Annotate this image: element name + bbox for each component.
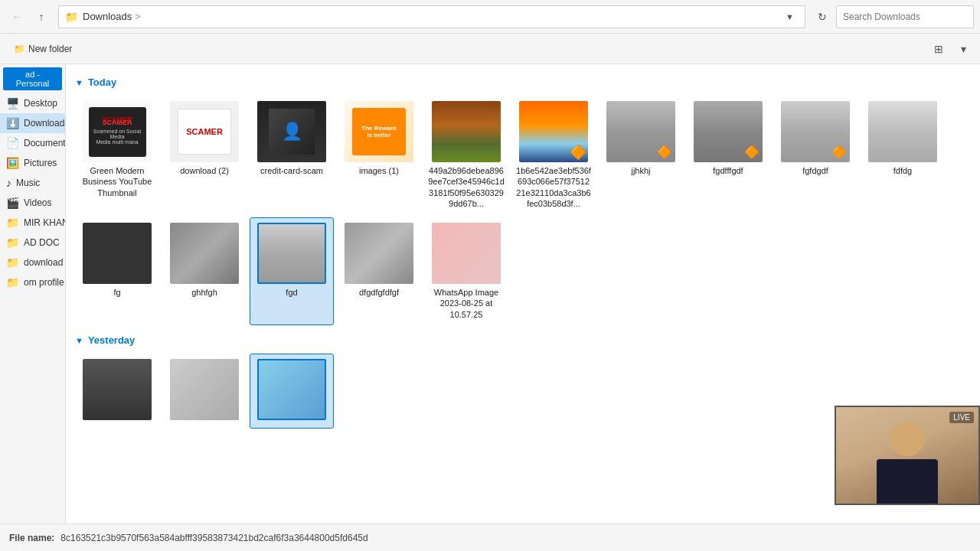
folder-icon-mir: 📁 — [6, 217, 19, 229]
sidebar-item-mir-khan[interactable]: 📁 MIR KHAN — [0, 213, 65, 233]
status-bar: File name: 8c163521c3b9570f563a584abfff3… — [0, 523, 980, 551]
file-item-4[interactable]: 449a2b96debea8969ee7cef3e45946c1d3181f50… — [424, 96, 508, 214]
file-thumb-3: The Rewardis better — [345, 101, 413, 162]
view-dropdown-button[interactable]: ▾ — [952, 38, 974, 60]
file-name-9: fdfdg — [893, 165, 912, 176]
sidebar-label-ad: AD DOC — [24, 237, 60, 248]
file-item-3[interactable]: The Rewardis better images (1) — [337, 96, 421, 214]
file-name-label: File name: — [9, 533, 54, 543]
sidebar-label-music: Music — [16, 178, 40, 188]
file-thumb-6: 🔶 — [606, 101, 675, 162]
sidebar-label-videos: Videos — [24, 197, 51, 208]
file-name-5: 1b6e542ae3ebf536f693c066e57f3751221e3211… — [515, 165, 592, 209]
sidebar-item-documents[interactable]: 📄 Documents — [0, 133, 65, 153]
file-item-9[interactable]: fdfdg — [861, 96, 945, 214]
sidebar-item-pictures[interactable]: 🖼️ Pictures — [0, 153, 65, 173]
sidebar-label-mir: MIR KHAN — [24, 217, 65, 228]
toolbar-right: ⊞ ▾ — [928, 38, 974, 60]
webcam-feed: LIVE — [836, 407, 978, 504]
sidebar-item-desktop[interactable]: 🖥️ Desktop — [0, 93, 65, 113]
file-name-10: fg — [113, 287, 120, 298]
file-item-12[interactable]: fgd — [250, 217, 334, 325]
file-item-11[interactable]: ghhfgh — [162, 217, 247, 325]
file-thumb-0: SCAMER Scammed on Social MediaMedia mult… — [83, 101, 152, 162]
group-arrow-today: ▼ — [75, 78, 83, 87]
breadcrumb-sep: > — [135, 11, 141, 22]
main-layout: ad - Personal 🖥️ Desktop ⬇️ Downloads 📄 … — [0, 64, 980, 523]
file-item-0[interactable]: SCAMER Scammed on Social MediaMedia mult… — [75, 96, 159, 214]
file-item-10[interactable]: fg — [75, 217, 159, 325]
file-thumb-1: SCAMER — [170, 101, 239, 162]
address-dropdown[interactable]: ▼ — [781, 11, 799, 23]
group-header-yesterday[interactable]: ▼ Yesterday — [75, 334, 971, 346]
file-thumb-8: 🔶 — [781, 101, 850, 162]
sidebar-label-desktop: Desktop — [24, 98, 57, 109]
file-name-11: ghhfgh — [191, 287, 217, 298]
vlc-icon-7: 🔶 — [744, 145, 760, 159]
file-item-8[interactable]: 🔶 fgfdgdf — [773, 96, 858, 214]
file-thumb-7: 🔶 — [694, 101, 763, 162]
toolbar: 📁 New folder ⊞ ▾ — [0, 34, 980, 64]
top-nav-bar: ← ↑ 📁 Downloads > ▼ ↻ — [0, 0, 980, 34]
file-thumb-14 — [432, 223, 501, 284]
file-name-1: download (2) — [180, 165, 229, 176]
desktop-icon: 🖥️ — [6, 97, 19, 109]
sidebar-label-downloads: Downloads — [24, 118, 65, 129]
file-thumb-y2 — [257, 359, 326, 420]
file-name-12: fgd — [286, 287, 297, 298]
group-arrow-yesterday: ▼ — [75, 336, 83, 345]
vlc-icon-6: 🔶 — [657, 145, 672, 159]
file-thumb-13 — [345, 223, 413, 284]
file-thumb-y1 — [170, 359, 239, 420]
sidebar-label-pictures: Pictures — [24, 158, 57, 168]
group-header-today[interactable]: ▼ Today — [75, 77, 971, 88]
file-name-0: Green Modern Business YouTube Thumbnail — [79, 165, 155, 198]
sidebar-item-ad-doc[interactable]: 📁 AD DOC — [0, 233, 65, 253]
sidebar-item-download[interactable]: 📁 download — [0, 253, 65, 272]
vlc-icon-8: 🔶 — [831, 145, 847, 159]
file-thumb-12 — [257, 223, 326, 284]
file-name-2: credit-card-scam — [260, 165, 323, 176]
back-button[interactable]: ← — [6, 6, 28, 28]
file-grid-today: SCAMER Scammed on Social MediaMedia mult… — [75, 96, 971, 325]
file-item-14[interactable]: WhatsApp Image 2023-08-25 at 10.57.25 — [424, 217, 508, 325]
sidebar-label-om: om profile — [24, 277, 64, 288]
file-name-7: fgdfffgdf — [713, 165, 743, 176]
file-name-6: jjhkhj — [631, 165, 650, 176]
file-thumb-9 — [868, 101, 937, 162]
sidebar-label-dl: download — [24, 257, 63, 268]
file-item-6[interactable]: 🔶 jjhkhj — [599, 96, 683, 214]
group-label-yesterday: Yesterday — [88, 334, 135, 346]
sidebar-label-documents: Documents — [24, 138, 65, 148]
file-item-1[interactable]: SCAMER download (2) — [162, 96, 247, 214]
file-thumb-11 — [170, 223, 239, 284]
file-item-y1[interactable] — [162, 354, 247, 429]
new-folder-button[interactable]: 📁 New folder — [6, 38, 80, 60]
file-name-3: images (1) — [359, 165, 399, 176]
file-item-13[interactable]: dfgdfgfdfgf — [337, 217, 421, 325]
sidebar-item-downloads[interactable]: ⬇️ Downloads — [0, 113, 65, 133]
view-tiles-button[interactable]: ⊞ — [928, 38, 949, 60]
file-item-7[interactable]: 🔶 fgdfffgdf — [686, 96, 770, 214]
videos-icon: 🎬 — [6, 197, 19, 209]
sidebar-item-videos[interactable]: 🎬 Videos — [0, 193, 65, 213]
file-thumb-4 — [432, 101, 501, 162]
file-item-2[interactable]: 👤 credit-card-scam — [250, 96, 334, 214]
refresh-button[interactable]: ↻ — [812, 6, 833, 28]
search-input[interactable] — [836, 5, 974, 28]
file-thumb-y0 — [83, 359, 152, 420]
sidebar-item-music[interactable]: ♪ Music — [0, 173, 65, 193]
file-thumb-10 — [83, 223, 152, 284]
group-label-today: Today — [88, 77, 116, 88]
file-name-value: 8c163521c3b9570f563a584abfff39583873421b… — [60, 533, 368, 543]
folder-icon-dl: 📁 — [6, 256, 19, 269]
sidebar-item-om-profile[interactable]: 📁 om profile — [0, 272, 65, 292]
up-button[interactable]: ↑ — [31, 6, 52, 28]
file-item-y0[interactable] — [75, 354, 159, 429]
file-name-14: WhatsApp Image 2023-08-25 at 10.57.25 — [428, 287, 505, 320]
file-item-5[interactable]: 🔶 1b6e542ae3ebf536f693c066e57f3751221e32… — [511, 96, 596, 214]
file-item-y2[interactable] — [250, 354, 334, 429]
file-name-13: dfgdfgfdfgf — [359, 287, 399, 298]
file-name-8: fgfdgdf — [802, 165, 828, 176]
breadcrumb-item[interactable]: Downloads — [83, 11, 132, 22]
